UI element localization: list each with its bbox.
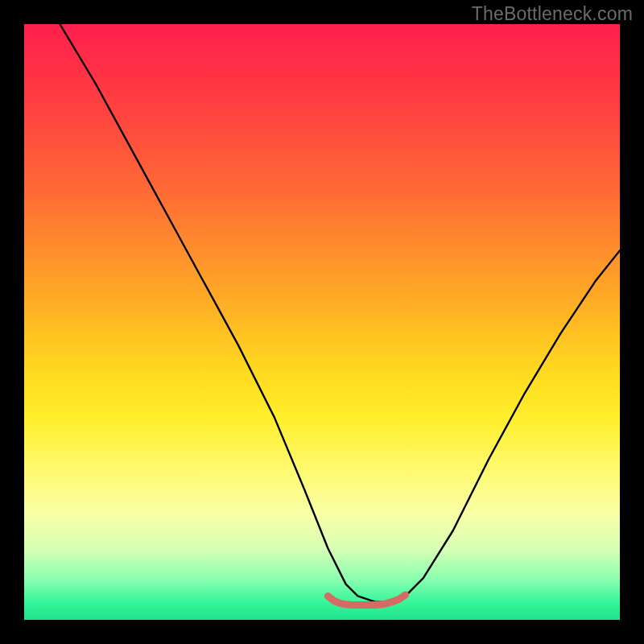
watermark-label: TheBottleneck.com	[472, 3, 633, 25]
chart-frame: TheBottleneck.com	[0, 0, 644, 644]
main-curve	[60, 24, 620, 602]
plot-area	[24, 24, 620, 620]
curve-svg	[24, 24, 620, 620]
